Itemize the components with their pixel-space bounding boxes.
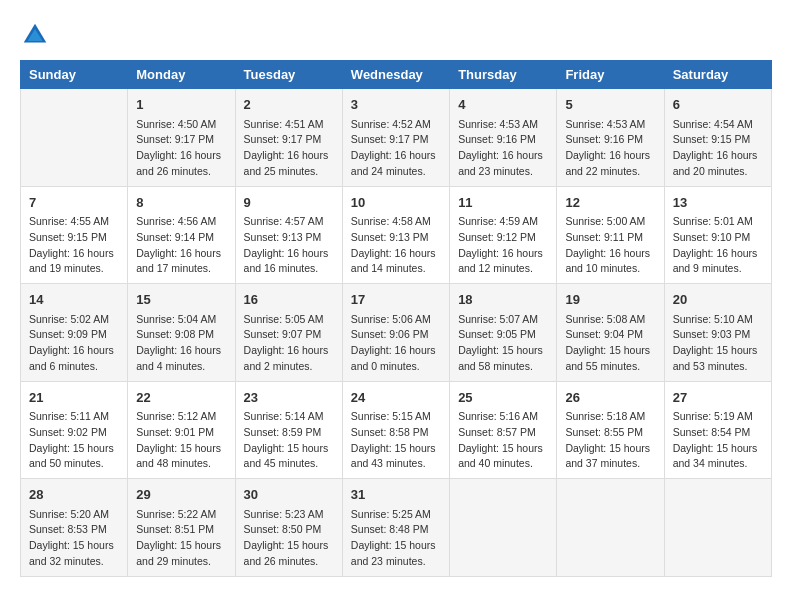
calendar-cell: 1Sunrise: 4:50 AMSunset: 9:17 PMDaylight… (128, 89, 235, 187)
day-info: Sunset: 9:13 PM (244, 230, 334, 246)
day-info: and 40 minutes. (458, 456, 548, 472)
day-info: Daylight: 15 hours (458, 441, 548, 457)
day-info: Sunset: 9:07 PM (244, 327, 334, 343)
calendar-cell: 5Sunrise: 4:53 AMSunset: 9:16 PMDaylight… (557, 89, 664, 187)
day-info: Sunset: 9:16 PM (458, 132, 548, 148)
column-header-tuesday: Tuesday (235, 61, 342, 89)
calendar-cell: 22Sunrise: 5:12 AMSunset: 9:01 PMDayligh… (128, 381, 235, 479)
day-info: Daylight: 15 hours (29, 538, 119, 554)
day-info: Sunrise: 5:08 AM (565, 312, 655, 328)
day-info: Sunrise: 4:59 AM (458, 214, 548, 230)
day-info: Daylight: 16 hours (136, 343, 226, 359)
day-info: Sunset: 8:58 PM (351, 425, 441, 441)
day-info: Sunset: 8:51 PM (136, 522, 226, 538)
day-info: and 37 minutes. (565, 456, 655, 472)
calendar-cell: 6Sunrise: 4:54 AMSunset: 9:15 PMDaylight… (664, 89, 771, 187)
day-number: 1 (136, 95, 226, 115)
day-number: 10 (351, 193, 441, 213)
day-info: Daylight: 16 hours (351, 246, 441, 262)
day-info: and 4 minutes. (136, 359, 226, 375)
calendar-cell: 14Sunrise: 5:02 AMSunset: 9:09 PMDayligh… (21, 284, 128, 382)
day-info: Daylight: 15 hours (565, 343, 655, 359)
day-info: Daylight: 15 hours (673, 441, 763, 457)
day-number: 19 (565, 290, 655, 310)
day-info: and 24 minutes. (351, 164, 441, 180)
logo (20, 20, 54, 50)
day-info: and 0 minutes. (351, 359, 441, 375)
day-info: Sunrise: 4:51 AM (244, 117, 334, 133)
day-info: Sunrise: 5:04 AM (136, 312, 226, 328)
day-info: Sunset: 8:55 PM (565, 425, 655, 441)
calendar-cell: 24Sunrise: 5:15 AMSunset: 8:58 PMDayligh… (342, 381, 449, 479)
day-info: and 29 minutes. (136, 554, 226, 570)
day-info: and 23 minutes. (351, 554, 441, 570)
day-number: 16 (244, 290, 334, 310)
day-info: Sunrise: 5:22 AM (136, 507, 226, 523)
day-info: and 23 minutes. (458, 164, 548, 180)
day-info: Sunset: 9:14 PM (136, 230, 226, 246)
day-info: Sunrise: 4:56 AM (136, 214, 226, 230)
day-info: Daylight: 15 hours (244, 538, 334, 554)
week-row-1: 1Sunrise: 4:50 AMSunset: 9:17 PMDaylight… (21, 89, 772, 187)
day-info: Sunset: 8:59 PM (244, 425, 334, 441)
calendar-cell: 18Sunrise: 5:07 AMSunset: 9:05 PMDayligh… (450, 284, 557, 382)
calendar-cell: 17Sunrise: 5:06 AMSunset: 9:06 PMDayligh… (342, 284, 449, 382)
day-info: Sunrise: 5:11 AM (29, 409, 119, 425)
calendar-cell: 27Sunrise: 5:19 AMSunset: 8:54 PMDayligh… (664, 381, 771, 479)
day-info: Sunset: 9:15 PM (29, 230, 119, 246)
day-info: Sunrise: 4:58 AM (351, 214, 441, 230)
day-info: and 53 minutes. (673, 359, 763, 375)
day-info: Sunset: 9:10 PM (673, 230, 763, 246)
day-info: Sunset: 8:53 PM (29, 522, 119, 538)
day-info: Daylight: 16 hours (458, 246, 548, 262)
day-info: Daylight: 15 hours (673, 343, 763, 359)
calendar-cell (664, 479, 771, 577)
day-number: 6 (673, 95, 763, 115)
day-info: Sunrise: 5:18 AM (565, 409, 655, 425)
calendar-cell: 4Sunrise: 4:53 AMSunset: 9:16 PMDaylight… (450, 89, 557, 187)
day-number: 30 (244, 485, 334, 505)
calendar-cell: 23Sunrise: 5:14 AMSunset: 8:59 PMDayligh… (235, 381, 342, 479)
calendar-cell: 26Sunrise: 5:18 AMSunset: 8:55 PMDayligh… (557, 381, 664, 479)
calendar-cell (21, 89, 128, 187)
day-number: 14 (29, 290, 119, 310)
day-number: 24 (351, 388, 441, 408)
day-info: Sunset: 8:48 PM (351, 522, 441, 538)
calendar-cell: 31Sunrise: 5:25 AMSunset: 8:48 PMDayligh… (342, 479, 449, 577)
day-number: 23 (244, 388, 334, 408)
day-number: 11 (458, 193, 548, 213)
calendar-cell (450, 479, 557, 577)
calendar-cell: 25Sunrise: 5:16 AMSunset: 8:57 PMDayligh… (450, 381, 557, 479)
day-number: 13 (673, 193, 763, 213)
day-info: Daylight: 15 hours (136, 538, 226, 554)
calendar-cell: 21Sunrise: 5:11 AMSunset: 9:02 PMDayligh… (21, 381, 128, 479)
day-info: Sunset: 9:02 PM (29, 425, 119, 441)
day-number: 8 (136, 193, 226, 213)
day-info: Sunrise: 5:23 AM (244, 507, 334, 523)
calendar-cell (557, 479, 664, 577)
day-info: Sunrise: 5:14 AM (244, 409, 334, 425)
calendar-cell: 2Sunrise: 4:51 AMSunset: 9:17 PMDaylight… (235, 89, 342, 187)
day-number: 12 (565, 193, 655, 213)
day-info: Daylight: 16 hours (565, 148, 655, 164)
day-info: Daylight: 16 hours (351, 148, 441, 164)
day-info: Sunset: 8:54 PM (673, 425, 763, 441)
calendar-table: SundayMondayTuesdayWednesdayThursdayFrid… (20, 60, 772, 577)
day-info: and 6 minutes. (29, 359, 119, 375)
calendar-cell: 10Sunrise: 4:58 AMSunset: 9:13 PMDayligh… (342, 186, 449, 284)
day-info: Sunrise: 5:02 AM (29, 312, 119, 328)
calendar-cell: 29Sunrise: 5:22 AMSunset: 8:51 PMDayligh… (128, 479, 235, 577)
day-info: and 14 minutes. (351, 261, 441, 277)
week-row-2: 7Sunrise: 4:55 AMSunset: 9:15 PMDaylight… (21, 186, 772, 284)
calendar-cell: 28Sunrise: 5:20 AMSunset: 8:53 PMDayligh… (21, 479, 128, 577)
column-header-friday: Friday (557, 61, 664, 89)
day-number: 17 (351, 290, 441, 310)
day-info: Sunset: 9:05 PM (458, 327, 548, 343)
day-info: and 2 minutes. (244, 359, 334, 375)
day-info: Sunset: 9:04 PM (565, 327, 655, 343)
day-info: Sunset: 9:12 PM (458, 230, 548, 246)
day-number: 9 (244, 193, 334, 213)
day-info: Daylight: 15 hours (244, 441, 334, 457)
day-info: and 19 minutes. (29, 261, 119, 277)
day-info: Sunrise: 5:07 AM (458, 312, 548, 328)
